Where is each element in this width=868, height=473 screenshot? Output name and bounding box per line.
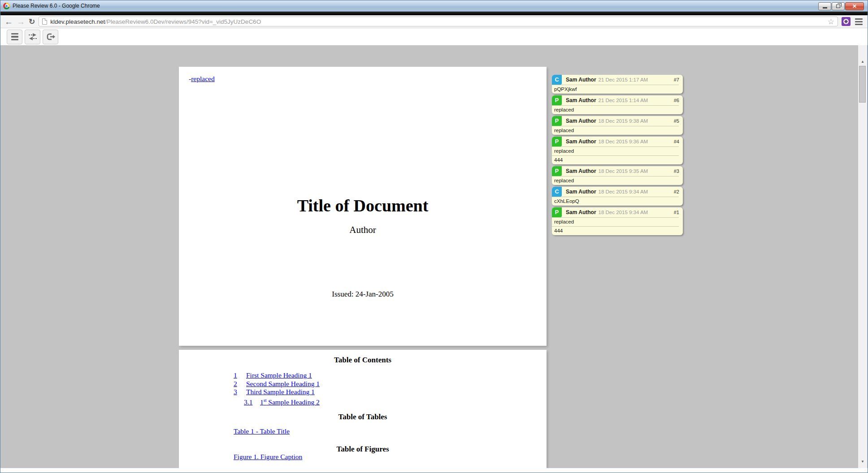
minimize-button[interactable] <box>818 2 831 10</box>
toc-row: 1First Sample Heading 1 <box>179 371 547 380</box>
app-menu-button[interactable] <box>7 30 22 44</box>
url-text[interactable]: kldev.pleasetech.net/PleaseReview6.0Dev/… <box>50 18 825 25</box>
page-icon <box>42 18 47 25</box>
toc-entry-link[interactable]: Third Sample Heading 1 <box>246 388 315 396</box>
comment-text: cXhLEopQ <box>552 197 683 206</box>
window-bottom-border <box>0 468 868 473</box>
comment-number: #4 <box>674 139 683 144</box>
document-page-2: Table of Contents 1First Sample Heading … <box>179 350 547 468</box>
document-author: Author <box>179 224 547 236</box>
comment-text: replaced <box>552 126 683 135</box>
comment-card[interactable]: PSam Author18 Dec 2015 9:38 AM#5replaced <box>552 116 683 135</box>
comment-header: PSam Author18 Dec 2015 9:36 AM#4 <box>552 137 683 146</box>
toc-number-link[interactable]: 2 <box>234 380 241 388</box>
forward-icon: → <box>17 17 25 26</box>
comment-text: pQPXjkwf <box>552 85 683 94</box>
app-toolbar <box>0 28 868 45</box>
comment-author: Sam Author <box>566 97 596 103</box>
comment-timestamp: 18 Dec 2015 9:34 AM <box>599 210 648 215</box>
comment-type-badge: P <box>552 95 562 105</box>
toc-number-link[interactable]: 3.1 <box>244 398 255 407</box>
table-entry-link[interactable]: Table 1 - Table Title <box>234 427 290 435</box>
scrollbar-thumb[interactable] <box>859 66 866 103</box>
comment-header: CSam Author21 Dec 2015 1:17 AM#7 <box>552 75 683 85</box>
comment-card[interactable]: PSam Author18 Dec 2015 9:35 AM#3replaced <box>552 166 683 185</box>
close-button[interactable]: ✕ <box>845 2 864 10</box>
window-frame-strip <box>0 12 868 15</box>
change-marker-line: -replaced <box>189 75 215 83</box>
minimize-icon <box>823 7 827 9</box>
comment-type-badge: C <box>552 187 562 197</box>
comment-type-badge: P <box>552 137 562 146</box>
extension-icon[interactable] <box>842 17 851 26</box>
scroll-up-icon[interactable]: ▲ <box>858 60 867 64</box>
toc-entry-link[interactable]: First Sample Heading 1 <box>246 371 312 379</box>
comment-text: replaced <box>552 106 683 114</box>
menu-icon <box>11 33 18 41</box>
back-icon[interactable]: ← <box>4 17 13 26</box>
restore-icon <box>836 4 840 8</box>
comment-timestamp: 18 Dec 2015 9:35 AM <box>599 168 648 174</box>
comment-card[interactable]: PSam Author18 Dec 2015 9:34 AM#1replaced… <box>552 207 683 235</box>
comment-timestamp: 18 Dec 2015 9:36 AM <box>599 139 648 144</box>
bookmark-star-icon[interactable]: ☆ <box>828 17 834 26</box>
toc-number-link[interactable]: 3 <box>234 388 241 396</box>
chrome-menu-icon[interactable] <box>854 17 864 26</box>
comment-card[interactable]: PSam Author18 Dec 2015 9:36 AM#4replaced… <box>552 137 683 164</box>
toc-heading: Table of Contents <box>179 356 547 365</box>
toc-row: 3.11st Sample Heading 2 <box>179 396 547 407</box>
toc-row: 2Second Sample Heading 1 <box>179 380 547 388</box>
comment-text: 444 <box>552 227 683 235</box>
toc-row: 3Third Sample Heading 1 <box>179 388 547 396</box>
comment-author: Sam Author <box>566 209 596 215</box>
browser-window: Please Review 6.0 - Google Chrome ✕ ← → … <box>0 0 868 473</box>
table-of-figures-heading: Table of Figures <box>179 445 547 454</box>
toc-entry-link[interactable]: 1st Sample Heading 2 <box>260 398 320 406</box>
comment-timestamp: 21 Dec 2015 1:14 AM <box>599 98 648 103</box>
window-title: Please Review 6.0 - Google Chrome <box>13 3 100 9</box>
swap-arrows-icon <box>28 33 38 40</box>
comment-number: #7 <box>674 77 683 82</box>
comment-number: #3 <box>674 168 683 174</box>
chrome-logo-icon <box>3 3 10 9</box>
restore-button[interactable] <box>832 2 845 10</box>
comment-card[interactable]: CSam Author18 Dec 2015 9:34 AM#2cXhLEopQ <box>552 187 683 206</box>
comment-number: #6 <box>674 98 683 103</box>
comment-number: #2 <box>674 189 683 194</box>
url-path: /PleaseReview6.0Dev/reviews/945?vid=_vid… <box>105 18 261 25</box>
window-titlebar[interactable]: Please Review 6.0 - Google Chrome ✕ <box>0 0 868 12</box>
toc-entry-link[interactable]: Second Sample Heading 1 <box>246 380 320 387</box>
comment-author: Sam Author <box>566 168 596 174</box>
replaced-link[interactable]: replaced <box>191 75 215 82</box>
document-issued-date: Issued: 24-Jan-2005 <box>179 290 547 299</box>
document-viewport: -replaced Title of Document Author Issue… <box>0 45 868 468</box>
vertical-scrollbar[interactable]: ▲ ▼ <box>858 45 867 468</box>
comment-text: replaced <box>552 147 683 155</box>
reload-icon[interactable]: ↻ <box>29 18 35 26</box>
comment-type-badge: C <box>552 75 562 85</box>
address-bar[interactable]: kldev.pleasetech.net/PleaseReview6.0Dev/… <box>39 17 838 26</box>
comment-author: Sam Author <box>566 118 596 124</box>
comment-header: PSam Author18 Dec 2015 9:38 AM#5 <box>552 116 683 126</box>
comment-card[interactable]: PSam Author21 Dec 2015 1:14 AM#6replaced <box>552 95 683 114</box>
comment-number: #5 <box>674 118 683 124</box>
comment-header: PSam Author18 Dec 2015 9:35 AM#3 <box>552 166 683 176</box>
scroll-down-icon[interactable]: ▼ <box>858 460 867 464</box>
comment-text: 444 <box>552 156 683 164</box>
comment-type-badge: P <box>552 166 562 176</box>
figure-entry-link[interactable]: Figure 1. Figure Caption <box>234 453 302 461</box>
comment-text: replaced <box>552 218 683 226</box>
toc-number-link[interactable]: 1 <box>234 371 241 380</box>
comment-author: Sam Author <box>566 189 596 195</box>
table-of-tables-heading: Table of Tables <box>179 413 547 421</box>
comment-timestamp: 18 Dec 2015 9:34 AM <box>599 189 648 194</box>
comment-type-badge: P <box>552 207 562 217</box>
exit-review-button[interactable] <box>43 30 58 44</box>
compare-versions-button[interactable] <box>25 30 40 44</box>
comment-header: PSam Author21 Dec 2015 1:14 AM#6 <box>552 95 683 105</box>
comment-card[interactable]: CSam Author21 Dec 2015 1:17 AM#7pQPXjkwf <box>552 75 683 94</box>
comment-author: Sam Author <box>566 77 596 83</box>
toc-list: 1First Sample Heading 12Second Sample He… <box>179 371 547 406</box>
browser-toolbar: ← → ↻ kldev.pleasetech.net/PleaseReview6… <box>0 15 868 28</box>
comment-author: Sam Author <box>566 138 596 145</box>
